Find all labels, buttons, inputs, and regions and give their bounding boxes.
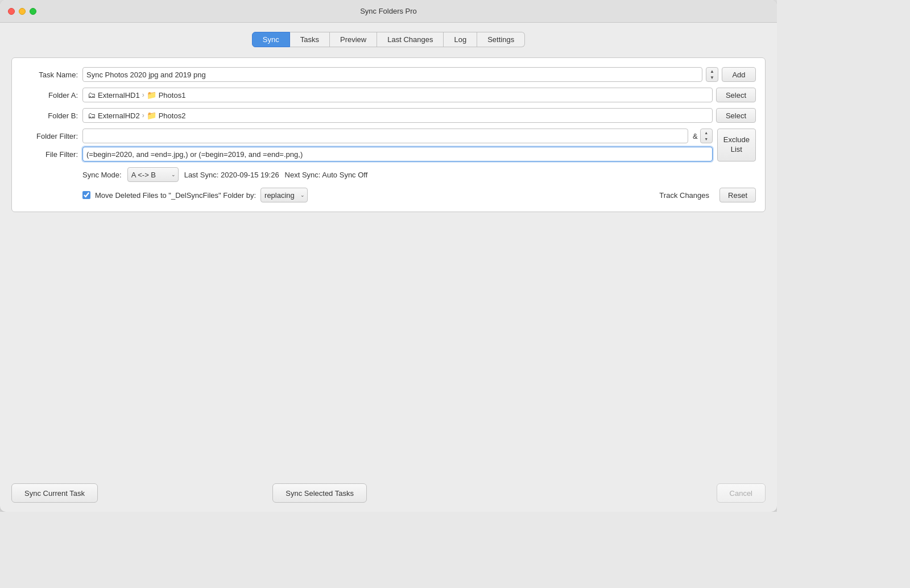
exclude-list-button[interactable]: Exclude List bbox=[717, 129, 756, 162]
sync-mode-select-wrapper: A <-> B A -> B B -> A ⌄ bbox=[127, 167, 179, 182]
app-window: Sync Folders Pro Sync Tasks Preview Last… bbox=[0, 0, 777, 512]
ampersand-control: & ▲ ▼ bbox=[693, 129, 713, 143]
filter-rows-container: Folder Filter: & ▲ ▼ File Filter: bbox=[21, 129, 756, 162]
file-filter-label: File Filter: bbox=[21, 150, 78, 159]
move-deleted-row: Move Deleted Files to "_DelSyncFiles" Fo… bbox=[82, 188, 756, 202]
folder-a-sep1: › bbox=[142, 91, 144, 99]
tab-log[interactable]: Log bbox=[444, 32, 477, 47]
sync-mode-label: Sync Mode: bbox=[82, 171, 122, 179]
replacing-select-wrapper: replacing renaming skipping ⌄ bbox=[260, 188, 308, 202]
next-sync-info: Next Sync: Auto Sync Off bbox=[285, 171, 368, 179]
folder-a-drive-icon: 🗂 bbox=[88, 90, 96, 100]
tab-last-changes[interactable]: Last Changes bbox=[377, 32, 444, 47]
folder-a-folder-icon: 📁 bbox=[147, 90, 156, 100]
folder-a-drive-name: ExternalHD1 bbox=[98, 91, 140, 100]
folder-b-sep1: › bbox=[142, 111, 144, 119]
filter-inputs-container: Folder Filter: & ▲ ▼ File Filter: bbox=[21, 129, 713, 162]
file-filter-row: File Filter: bbox=[21, 147, 713, 162]
sync-mode-row: Sync Mode: A <-> B A -> B B -> A ⌄ Last … bbox=[82, 167, 756, 182]
select-a-button[interactable]: Select bbox=[716, 88, 756, 102]
exclude-list-label: Exclude List bbox=[723, 135, 750, 155]
form-area: Task Name: ▲ ▼ Add Folder A: 🗂 ExternalH bbox=[11, 57, 766, 212]
sync-mode-select[interactable]: A <-> B A -> B B -> A bbox=[127, 167, 179, 182]
folder-b-folder-name: Photos2 bbox=[159, 111, 186, 120]
last-sync-info: Last Sync: 2020-09-15 19:26 bbox=[184, 171, 279, 179]
move-deleted-label: Move Deleted Files to "_DelSyncFiles" Fo… bbox=[95, 191, 256, 200]
maximize-button[interactable] bbox=[30, 8, 36, 15]
select-b-button[interactable]: Select bbox=[716, 108, 756, 123]
task-name-row: Task Name: ▲ ▼ Add bbox=[21, 67, 756, 82]
folder-a-field-wrapper: 🗂 ExternalHD1 › 📁 Photos1 Select bbox=[82, 88, 756, 102]
folder-a-path: 🗂 ExternalHD1 › 📁 Photos1 bbox=[82, 88, 713, 102]
folder-filter-row: Folder Filter: & ▲ ▼ bbox=[21, 129, 713, 143]
bottom-bar: Sync Current Task Sync Selected Tasks Ca… bbox=[11, 474, 766, 512]
close-button[interactable] bbox=[8, 8, 15, 15]
folder-a-label: Folder A: bbox=[21, 91, 78, 100]
track-changes-label: Track Changes bbox=[659, 191, 709, 200]
reset-button[interactable]: Reset bbox=[719, 188, 756, 202]
titlebar: Sync Folders Pro bbox=[0, 0, 777, 23]
task-name-field-wrapper: ▲ ▼ Add bbox=[82, 67, 756, 82]
folder-b-field-wrapper: 🗂 ExternalHD2 › 📁 Photos2 Select bbox=[82, 108, 756, 123]
tab-preview[interactable]: Preview bbox=[330, 32, 377, 47]
filter-mode-spinner[interactable]: ▲ ▼ bbox=[700, 129, 713, 143]
folder-b-row: Folder B: 🗂 ExternalHD2 › 📁 Photos2 Sele… bbox=[21, 108, 756, 123]
task-name-label: Task Name: bbox=[21, 71, 78, 79]
ampersand-label: & bbox=[693, 132, 698, 140]
tab-tasks[interactable]: Tasks bbox=[290, 32, 330, 47]
folder-filter-label: Folder Filter: bbox=[21, 132, 78, 140]
move-deleted-checkbox[interactable] bbox=[82, 191, 90, 199]
window-title: Sync Folders Pro bbox=[360, 7, 417, 15]
cancel-button[interactable]: Cancel bbox=[717, 483, 766, 503]
file-filter-input[interactable] bbox=[82, 147, 713, 162]
tab-sync[interactable]: Sync bbox=[252, 32, 290, 47]
sync-current-button[interactable]: Sync Current Task bbox=[11, 483, 98, 503]
folder-a-row: Folder A: 🗂 ExternalHD1 › 📁 Photos1 Sele… bbox=[21, 88, 756, 102]
task-name-spinner[interactable]: ▲ ▼ bbox=[706, 67, 718, 82]
folder-a-folder-name: Photos1 bbox=[159, 91, 186, 100]
minimize-button[interactable] bbox=[19, 8, 26, 15]
spacer-area bbox=[11, 212, 766, 474]
replacing-select[interactable]: replacing renaming skipping bbox=[260, 188, 308, 202]
tab-settings[interactable]: Settings bbox=[477, 32, 525, 47]
folder-filter-input[interactable] bbox=[82, 129, 688, 143]
folder-b-label: Folder B: bbox=[21, 111, 78, 120]
sync-selected-button[interactable]: Sync Selected Tasks bbox=[272, 483, 367, 503]
task-name-input[interactable] bbox=[82, 67, 702, 82]
folder-b-drive-icon: 🗂 bbox=[88, 111, 96, 120]
folder-b-folder-icon: 📁 bbox=[147, 111, 156, 120]
main-content: Sync Tasks Preview Last Changes Log Sett… bbox=[0, 23, 777, 512]
tab-bar: Sync Tasks Preview Last Changes Log Sett… bbox=[11, 32, 766, 47]
folder-b-path: 🗂 ExternalHD2 › 📁 Photos2 bbox=[82, 108, 713, 123]
add-button[interactable]: Add bbox=[722, 67, 756, 82]
folder-b-drive-name: ExternalHD2 bbox=[98, 111, 140, 120]
traffic-lights bbox=[8, 8, 36, 15]
